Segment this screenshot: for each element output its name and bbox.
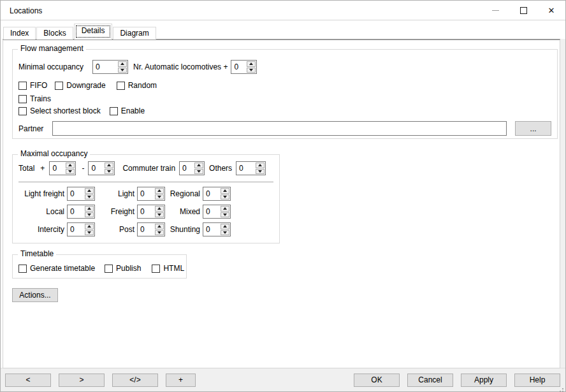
spin-down-button[interactable] (66, 169, 75, 175)
apply-button[interactable]: Apply (461, 374, 507, 387)
checkbox-icon[interactable] (18, 82, 27, 90)
light-freight-spinner[interactable]: 0 (67, 187, 95, 201)
intercity-spinner[interactable]: 0 (67, 222, 95, 236)
nav-next-button[interactable]: > (59, 374, 105, 387)
tab-index[interactable]: Index (3, 27, 36, 40)
partner-input[interactable] (52, 121, 507, 136)
spin-up-button[interactable] (155, 224, 164, 229)
checkbox-select-shortest-block[interactable]: Select shortest block (18, 106, 101, 115)
spin-up-button[interactable] (85, 206, 94, 212)
spinner-value[interactable]: 0 (138, 223, 154, 236)
spinner-value[interactable]: 0 (68, 187, 84, 200)
spinner-value[interactable]: 0 (89, 162, 104, 175)
spin-up-button[interactable] (66, 163, 75, 168)
mixed-spinner[interactable]: 0 (203, 205, 231, 219)
light-spinner[interactable]: 0 (137, 187, 165, 201)
checkbox-html[interactable]: HTML (152, 264, 184, 273)
spinner-value[interactable]: 0 (138, 187, 154, 200)
total-plus-spinner[interactable]: 0 (49, 161, 76, 175)
spinner-value[interactable]: 0 (68, 223, 84, 236)
checkbox-downgrade[interactable]: Downgrade (55, 81, 105, 90)
minimize-icon (492, 10, 499, 11)
nav-add-button[interactable]: + (166, 374, 196, 387)
spin-down-button[interactable] (221, 194, 229, 200)
spin-down-button[interactable] (221, 212, 229, 218)
checkbox-icon[interactable] (55, 82, 63, 90)
spin-down-button[interactable] (155, 230, 164, 236)
resize-grip-icon[interactable] (562, 388, 563, 389)
spin-down-button[interactable] (85, 212, 94, 218)
arrow-down-icon (197, 170, 201, 173)
spinner-value[interactable]: 0 (138, 205, 154, 218)
checkbox-icon[interactable] (152, 265, 160, 273)
spin-down-button[interactable] (256, 169, 265, 175)
post-spinner[interactable]: 0 (137, 222, 165, 236)
spinner-value[interactable]: 0 (203, 205, 220, 218)
checkbox-trains[interactable]: Trains (18, 94, 51, 103)
spin-up-button[interactable] (105, 163, 113, 168)
spin-up-button[interactable] (194, 163, 203, 168)
checkbox-icon[interactable] (18, 265, 27, 273)
spin-down-button[interactable] (194, 169, 203, 175)
checkbox-icon[interactable] (110, 107, 118, 115)
checkbox-icon[interactable] (117, 82, 125, 90)
spin-up-button[interactable] (221, 188, 229, 194)
others-spinner[interactable]: 0 (236, 161, 266, 175)
spin-up-button[interactable] (85, 188, 94, 194)
spinner-value[interactable]: 0 (231, 61, 246, 73)
spin-up-button[interactable] (155, 188, 164, 194)
spinner-buttons (154, 187, 164, 200)
spin-up-button[interactable] (85, 224, 94, 229)
checkbox-fifo[interactable]: FIFO (18, 81, 47, 90)
checkbox-icon[interactable] (105, 265, 113, 273)
minimize-button[interactable] (481, 1, 509, 20)
spin-down-button[interactable] (118, 68, 127, 73)
minimal-occupancy-spinner[interactable]: 0 (92, 60, 128, 74)
checkbox-publish[interactable]: Publish (105, 264, 141, 273)
ok-button[interactable]: OK (354, 374, 400, 387)
spinner-value[interactable]: 0 (180, 162, 194, 175)
spin-up-button[interactable] (221, 206, 229, 212)
spin-up-button[interactable] (256, 163, 265, 168)
local-spinner[interactable]: 0 (67, 205, 95, 219)
checkbox-enable[interactable]: Enable (110, 106, 145, 115)
help-button[interactable]: Help (514, 374, 560, 387)
actions-button[interactable]: Actions... (12, 288, 58, 302)
nav-prev-button[interactable]: < (5, 374, 51, 387)
spinner-value[interactable]: 0 (203, 187, 220, 200)
spin-down-button[interactable] (85, 194, 94, 200)
spin-up-button[interactable] (118, 61, 127, 67)
spinner-value[interactable]: 0 (93, 61, 117, 73)
cancel-button[interactable]: Cancel (407, 374, 453, 387)
spin-up-button[interactable] (155, 206, 164, 212)
checkbox-icon[interactable] (18, 107, 27, 115)
checkbox-icon[interactable] (18, 95, 27, 103)
spin-down-button[interactable] (155, 212, 164, 218)
partner-browse-button[interactable]: ... (515, 121, 551, 136)
spin-down-button[interactable] (221, 230, 229, 236)
nav-code-button[interactable]: </> (112, 374, 158, 387)
close-button[interactable]: ✕ (537, 1, 565, 20)
regional-spinner[interactable]: 0 (203, 187, 231, 201)
spin-down-button[interactable] (155, 194, 164, 200)
spin-down-button[interactable] (247, 68, 256, 73)
automatic-locomotives-spinner[interactable]: 0 (231, 60, 257, 74)
spin-down-button[interactable] (105, 169, 113, 175)
tab-details[interactable]: Details (74, 24, 113, 40)
spinner-value[interactable]: 0 (236, 162, 255, 175)
spinner-value[interactable]: 0 (203, 223, 220, 236)
shunting-spinner[interactable]: 0 (203, 222, 231, 236)
spin-up-button[interactable] (247, 61, 256, 67)
spinner-value[interactable]: 0 (68, 205, 84, 218)
freight-spinner[interactable]: 0 (137, 205, 165, 219)
tab-diagram[interactable]: Diagram (113, 27, 156, 40)
total-minus-spinner[interactable]: 0 (88, 161, 115, 175)
spin-up-button[interactable] (221, 224, 229, 229)
maximize-button[interactable] (509, 1, 537, 20)
spinner-value[interactable]: 0 (50, 162, 65, 175)
spin-down-button[interactable] (85, 230, 94, 236)
commuter-train-spinner[interactable]: 0 (179, 161, 205, 175)
tab-blocks[interactable]: Blocks (36, 27, 73, 40)
checkbox-random[interactable]: Random (117, 81, 157, 90)
checkbox-generate-timetable[interactable]: Generate timetable (18, 264, 95, 273)
